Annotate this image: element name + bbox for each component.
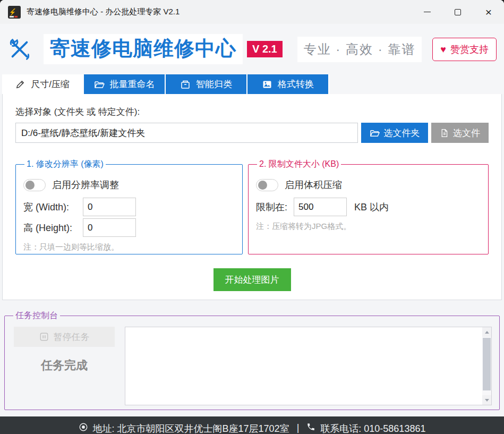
tab-size-compress[interactable]: 尺寸/压缩 — [2, 74, 84, 94]
window-title: 寄速修电脑维修中心 - 办公批处理专家 V2.1 — [27, 7, 180, 17]
tab-bar: 尺寸/压缩 批量重命名 智能归类 格式转换 — [0, 74, 504, 94]
tab-label: 尺寸/压缩 — [31, 78, 70, 90]
resolution-toggle-label: 启用分辨率调整 — [52, 178, 119, 191]
choose-folder-label: 选文件夹 — [384, 127, 420, 139]
file-icon — [440, 129, 449, 138]
width-label: 宽 (Width): — [23, 201, 83, 214]
donate-support-button[interactable]: ♥ 赞赏支持 — [432, 38, 497, 61]
tab-label: 批量重命名 — [110, 78, 155, 90]
footer-address: 地址: 北京市朝阳区双井优士阁B座17层1702室 — [93, 422, 289, 434]
task-log-text — [125, 327, 482, 405]
task-log-box[interactable] — [125, 327, 492, 405]
tab-label: 智能归类 — [196, 78, 232, 90]
footer-bar: 地址: 北京市朝阳区双井优士阁B座17层1702室 | 联系电话: 010-58… — [0, 416, 504, 434]
folder-open-icon — [94, 79, 105, 90]
filesize-group: 2. 限制文件大小 (KB) 启用体积压缩 限制在: KB 以内 注：压缩将转为… — [248, 159, 489, 254]
choose-folder-button[interactable]: 选文件夹 — [361, 123, 428, 143]
tab-label: 格式转换 — [278, 78, 314, 90]
resolution-note: 注：只填一边则等比缩放。 — [23, 242, 235, 252]
tab-smart-classify[interactable]: 智能归类 — [166, 74, 247, 94]
scroll-up-icon — [485, 331, 489, 334]
limit-label: 限制在: — [256, 201, 287, 214]
height-input[interactable] — [83, 218, 136, 237]
pencil-icon — [15, 79, 25, 89]
scrollbar-thumb[interactable] — [483, 338, 491, 390]
scrollbar-down-button[interactable] — [482, 395, 491, 405]
toggle-knob — [258, 181, 267, 190]
app-window: 寄速修电脑维修中心 - 办公批处理专家 V2.1 × 寄速修电脑维修中心 V 2… — [0, 0, 504, 434]
size-compress-panel: 选择对象 (文件夹 或 特定文件): 选文件夹 选文件 1. 修改分辨率 (像素… — [2, 94, 502, 300]
scrollbar-up-button[interactable] — [482, 327, 491, 337]
resolution-toggle[interactable] — [23, 179, 46, 191]
choose-file-button[interactable]: 选文件 — [431, 123, 489, 143]
task-status-text: 任务完成 — [41, 358, 88, 373]
app-logo-icon — [7, 5, 21, 19]
toggle-knob — [25, 181, 35, 190]
app-header: 寄速修电脑维修中心 V 2.1 专业 · 高效 · 靠谱 ♥ 赞赏支持 — [0, 24, 504, 74]
pause-icon — [39, 332, 49, 342]
heart-icon: ♥ — [440, 45, 446, 54]
target-select-label: 选择对象 (文件夹 或 特定文件): — [15, 106, 489, 118]
brand-title: 寄速修电脑维修中心 — [50, 37, 236, 59]
minimize-button[interactable] — [412, 0, 442, 24]
version-badge: V 2.1 — [247, 41, 283, 57]
archive-box-icon — [180, 79, 191, 90]
resolution-group: 1. 修改分辨率 (像素) 启用分辨率调整 宽 (Width): 高 (Heig… — [15, 159, 243, 254]
maximize-icon — [455, 9, 461, 15]
limit-input[interactable] — [294, 198, 347, 216]
width-input[interactable] — [83, 198, 136, 216]
phone-icon — [306, 422, 315, 431]
pause-task-label: 暂停任务 — [54, 331, 90, 343]
scroll-down-icon — [485, 399, 489, 402]
tab-format-convert[interactable]: 格式转换 — [247, 74, 329, 94]
location-pin-icon — [79, 422, 88, 432]
title-bar: 寄速修电脑维修中心 - 办公批处理专家 V2.1 × — [0, 0, 504, 24]
choose-file-label: 选文件 — [453, 127, 480, 139]
path-input[interactable] — [15, 123, 358, 143]
tools-icon — [7, 37, 32, 62]
slogan-text: 专业 · 高效 · 靠谱 — [304, 42, 416, 56]
task-console-legend: 任务控制台 — [13, 310, 60, 321]
resolution-group-legend: 1. 修改分辨率 (像素) — [24, 159, 106, 170]
tab-batch-rename[interactable]: 批量重命名 — [84, 74, 166, 94]
limit-suffix: KB 以内 — [354, 201, 389, 214]
filesize-toggle[interactable] — [256, 179, 278, 191]
close-button[interactable]: × — [473, 0, 504, 24]
minimize-icon — [424, 12, 431, 12]
slogan-chip: 专业 · 高效 · 靠谱 — [297, 37, 422, 62]
log-scrollbar[interactable] — [482, 327, 491, 405]
donate-support-label: 赞赏支持 — [450, 43, 489, 56]
brand-chip: 寄速修电脑维修中心 — [44, 34, 243, 64]
footer-separator: | — [297, 422, 300, 434]
height-label: 高 (Height): — [23, 222, 83, 234]
filesize-toggle-label: 启用体积压缩 — [285, 178, 342, 191]
close-icon: × — [485, 6, 492, 18]
maximize-button[interactable] — [442, 0, 473, 24]
folder-icon — [370, 128, 380, 138]
filesize-note: 注：压缩将转为JPG格式。 — [256, 222, 481, 232]
pause-task-button[interactable]: 暂停任务 — [14, 327, 115, 347]
filesize-group-legend: 2. 限制文件大小 (KB) — [257, 159, 341, 170]
footer-phone: 联系电话: 010-58613861 — [320, 422, 425, 434]
start-processing-button[interactable]: 开始处理图片 — [213, 268, 291, 291]
task-console: 任务控制台 暂停任务 任务完成 — [4, 310, 500, 410]
image-icon — [262, 79, 272, 90]
